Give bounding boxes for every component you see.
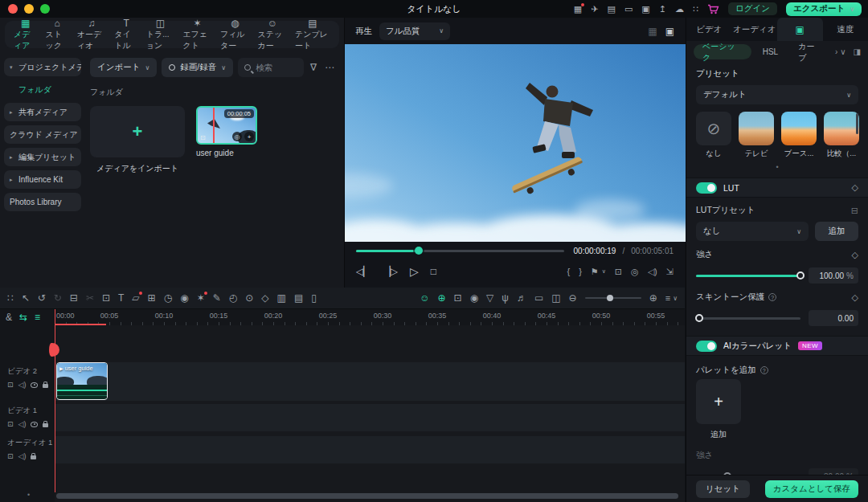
speed-icon[interactable]: ◷: [164, 293, 172, 303]
tab-filters[interactable]: ◍ フィルター: [216, 21, 254, 48]
subtab-basic[interactable]: ベーシック: [694, 44, 751, 59]
lut-toggle[interactable]: [696, 182, 717, 194]
caption-icon[interactable]: ◫: [551, 293, 560, 303]
subtab-curves[interactable]: カーブ: [789, 44, 831, 59]
clip-fix-icon[interactable]: ⊡: [200, 134, 206, 141]
snap-icon[interactable]: &: [6, 312, 12, 322]
apps-icon[interactable]: ∷: [693, 5, 698, 14]
media-clip-thumbnail[interactable]: 00:00:05 ⊡ ◎ +: [196, 106, 257, 145]
snapshot-tool-icon[interactable]: ⊡: [454, 293, 462, 303]
ai-tools-icon[interactable]: ✶: [197, 293, 205, 303]
copy-protect-icon[interactable]: ▤: [294, 293, 303, 303]
subtab-hsl[interactable]: HSL: [754, 44, 787, 59]
crop-icon[interactable]: ⊡: [102, 293, 110, 303]
split-icon[interactable]: ✂: [86, 293, 94, 303]
keyframe-icon[interactable]: ◇: [261, 293, 268, 303]
strength-keyframe-icon[interactable]: ◇: [852, 250, 858, 260]
playback-handle[interactable]: [415, 247, 423, 255]
save-icon[interactable]: ▣: [641, 5, 649, 14]
preset-dropdown[interactable]: デフォルト ∨: [696, 85, 858, 104]
track-visibility-icon[interactable]: [31, 382, 38, 388]
gift-icon[interactable]: ▦: [574, 5, 582, 14]
preset-compare[interactable]: 比較（...: [824, 112, 859, 159]
audio-mixer-icon[interactable]: ♬: [517, 293, 526, 303]
lut-strength-slider[interactable]: [696, 275, 800, 277]
timeline-horizontal-scrollbar[interactable]: [56, 493, 678, 499]
save-as-custom-button[interactable]: カスタムとして保存: [765, 480, 858, 498]
fullscreen-button[interactable]: ⇲: [666, 267, 674, 277]
toolbox-icon[interactable]: ∷: [7, 293, 14, 303]
sidebar-item-project-media[interactable]: ▾ プロジェクトメデ...: [4, 58, 81, 76]
marker-chevron-icon[interactable]: ∨: [602, 268, 606, 275]
sync-icon[interactable]: ☁: [675, 5, 684, 14]
beat-detect-icon[interactable]: ⊕: [438, 293, 446, 303]
duration-icon[interactable]: ◴: [229, 293, 237, 303]
track-mute-icon[interactable]: ◁): [18, 452, 27, 460]
help-icon[interactable]: ?: [760, 366, 768, 374]
export-button[interactable]: エクスポート ∨: [786, 2, 862, 16]
track-lock-icon[interactable]: [43, 384, 48, 388]
track-manager-button[interactable]: ≡ ∨: [665, 293, 678, 303]
marker-tool-icon[interactable]: ▯: [311, 293, 317, 303]
clip-preview-icon[interactable]: ◎: [232, 132, 242, 141]
import-media-tile[interactable]: + メディアをインポート: [90, 106, 185, 174]
next-frame-button[interactable]: ▕▷: [383, 266, 397, 277]
tab-media[interactable]: ▦ メディア: [10, 21, 41, 48]
sidebar-item-shared-media[interactable]: ▸ 共有メディア: [4, 103, 81, 121]
tab-speed[interactable]: 速度: [823, 18, 868, 41]
track-tools-icon[interactable]: ≡: [35, 312, 40, 322]
compound-icon[interactable]: ⊞: [148, 293, 156, 303]
mask-icon[interactable]: ▱: [132, 293, 139, 303]
sidebar-item-influence-kit[interactable]: ▸ Influence Kit: [4, 170, 81, 189]
sidebar-item-cloud-media[interactable]: クラウド メディア: [4, 125, 81, 144]
track-lock-icon[interactable]: [43, 423, 48, 427]
lut-skin-value[interactable]: 0.00: [809, 310, 858, 326]
play-button[interactable]: ▷: [410, 265, 419, 278]
snapshot-button[interactable]: ◎: [631, 267, 639, 277]
cart-icon[interactable]: [707, 4, 719, 14]
zoom-out-icon[interactable]: ⊖: [569, 293, 577, 303]
clip-add-icon[interactable]: +: [244, 132, 254, 141]
tab-titles[interactable]: T タイトル: [110, 21, 141, 48]
filter-icon[interactable]: ∇: [309, 62, 318, 73]
share-icon[interactable]: ✈: [591, 5, 598, 14]
palette-toggle[interactable]: [696, 341, 717, 352]
presets-pager-dot[interactable]: •: [696, 163, 858, 171]
device-icon[interactable]: ▭: [534, 293, 543, 303]
delete-icon[interactable]: ⊟: [70, 293, 78, 303]
lut-strength-value[interactable]: 100.00 %: [809, 267, 858, 284]
sidebar-item-edit-presets[interactable]: ▸ 編集プリセット: [4, 148, 81, 166]
preview-video[interactable]: [345, 44, 686, 242]
lut-preset-dropdown[interactable]: なし ∨: [696, 222, 809, 241]
volume-button[interactable]: ◁): [648, 267, 657, 277]
media-clip-card[interactable]: 00:00:05 ⊡ ◎ + user guide: [196, 106, 257, 174]
subtabs-scroll-chevron[interactable]: ›: [835, 47, 837, 56]
track-visibility-icon[interactable]: [31, 422, 38, 427]
redo-icon[interactable]: ↻: [54, 293, 62, 303]
palette-strength-value[interactable]: 30.00 %: [809, 468, 858, 475]
track-media-icon[interactable]: ⊡: [7, 452, 14, 460]
search-input[interactable]: [256, 63, 297, 72]
import-button[interactable]: インポート ∨: [90, 58, 157, 77]
previous-frame-button[interactable]: ◁▏: [356, 266, 371, 277]
track-lock-icon[interactable]: [31, 455, 36, 459]
help-icon[interactable]: ?: [768, 293, 776, 301]
shield-icon[interactable]: ▽: [486, 293, 493, 303]
tab-templates[interactable]: ▤ テンプレート: [291, 21, 334, 48]
timeline-clip[interactable]: ▶ user guide: [56, 362, 108, 400]
schedule-icon[interactable]: ▤: [607, 5, 615, 14]
tab-audio[interactable]: オーディオ: [732, 18, 778, 41]
playhead[interactable]: [55, 309, 55, 492]
track-lane-audio1[interactable]: [55, 436, 685, 463]
timeline-zoom-slider[interactable]: [585, 297, 641, 299]
mark-out-button[interactable]: }: [579, 267, 582, 276]
playhead-marker[interactable]: [49, 343, 59, 357]
display-icon[interactable]: ▭: [624, 5, 633, 14]
edit-icon[interactable]: ✎: [213, 293, 221, 303]
import-tile-box[interactable]: +: [90, 106, 185, 157]
track-media-icon[interactable]: ⊡: [7, 381, 14, 389]
layout-grid-icon[interactable]: ▦: [648, 26, 657, 37]
sticker-quick-icon[interactable]: ☺: [420, 293, 429, 303]
record-button[interactable]: 録画/録音 ∨: [162, 58, 233, 77]
text-icon[interactable]: T: [118, 293, 124, 303]
